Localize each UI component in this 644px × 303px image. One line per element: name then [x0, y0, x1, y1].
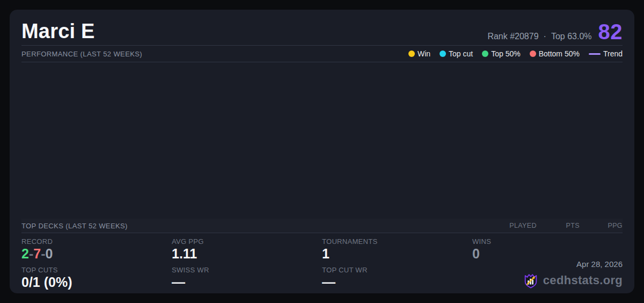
- swiss-wr-value: —: [172, 275, 322, 290]
- wins-label: WINS: [472, 237, 623, 246]
- record-draws: 0: [45, 246, 53, 261]
- win-dot-icon: [408, 50, 415, 57]
- bottom-50-dot-icon: [530, 50, 536, 57]
- record-losses: 7: [33, 246, 41, 261]
- card-header: Marci E Rank #20879 · Top 63.0% 82: [21, 10, 623, 46]
- legend-label: Bottom 50%: [539, 49, 580, 58]
- player-score: 82: [598, 23, 623, 41]
- top-cut-wr-label: TOP CUT WR: [322, 265, 472, 275]
- performance-chart-area: [21, 62, 623, 219]
- legend-label: Trend: [603, 49, 623, 58]
- performance-title: PERFORMANCE (LAST 52 WEEKS): [21, 50, 142, 58]
- avg-ppg-value: 1.11: [172, 246, 322, 262]
- column-ppg: PPG: [580, 222, 623, 229]
- rank-block: Rank #20879 · Top 63.0% 82: [487, 23, 623, 41]
- top-cuts-value: 0/1 (0%): [21, 275, 172, 290]
- top-cut-wr-value: —: [322, 275, 472, 290]
- rank-number: Rank #20879: [487, 32, 538, 41]
- date-text: Apr 28, 2026: [523, 259, 623, 269]
- column-played: PLAYED: [494, 222, 537, 229]
- performance-header: PERFORMANCE (LAST 52 WEEKS) Win Top cut …: [21, 46, 623, 62]
- top-decks-header: TOP DECKS (LAST 52 WEEKS) PLAYED PTS PPG: [21, 219, 623, 233]
- legend-item-bottom-50: Bottom 50%: [530, 49, 580, 58]
- stats-grid: RECORD 2-7-0 TOP CUTS 0/1 (0%) AVG PPG 1…: [21, 233, 623, 293]
- rank-separator: ·: [544, 32, 546, 41]
- top-cut-dot-icon: [440, 50, 446, 57]
- swiss-wr-label: SWISS WR: [172, 265, 322, 275]
- record-separator: -: [29, 246, 33, 261]
- cedhstats-logo-icon: [523, 272, 539, 289]
- stat-cell-tournaments: TOURNAMENTS 1 TOP CUT WR —: [322, 237, 472, 294]
- rank-text: Rank #20879 · Top 63.0%: [487, 32, 591, 41]
- stat-cell-ppg: AVG PPG 1.11 SWISS WR —: [172, 237, 322, 294]
- top-percent: Top 63.0%: [551, 32, 592, 41]
- trend-line-icon: [589, 53, 601, 55]
- legend-label: Win: [418, 49, 430, 58]
- player-name: Marci E: [21, 21, 95, 41]
- record-value: 2-7-0: [21, 246, 172, 262]
- record-label: RECORD: [21, 237, 172, 246]
- column-pts: PTS: [537, 222, 580, 229]
- legend-item-top-cut: Top cut: [440, 49, 473, 58]
- player-stats-card: Marci E Rank #20879 · Top 63.0% 82 PERFO…: [10, 10, 634, 293]
- legend-label: Top cut: [449, 49, 473, 58]
- legend-item-trend: Trend: [589, 49, 623, 58]
- top-decks-title: TOP DECKS (LAST 52 WEEKS): [21, 222, 128, 230]
- legend-item-top-50: Top 50%: [482, 49, 520, 58]
- tournaments-value: 1: [322, 246, 472, 262]
- chart-legend: Win Top cut Top 50% Bottom 50% Trend: [408, 49, 623, 58]
- top-decks-columns: PLAYED PTS PPG: [494, 222, 623, 229]
- top-cuts-label: TOP CUTS: [21, 265, 172, 275]
- card-footer: Apr 28, 2026 cedhstats.org: [523, 259, 623, 289]
- legend-item-win: Win: [408, 49, 430, 58]
- tournaments-label: TOURNAMENTS: [322, 237, 472, 246]
- legend-label: Top 50%: [491, 49, 520, 58]
- avg-ppg-label: AVG PPG: [172, 237, 322, 246]
- brand-text: cedhstats.org: [543, 273, 623, 287]
- brand-row: cedhstats.org: [523, 272, 623, 289]
- stat-cell-record: RECORD 2-7-0 TOP CUTS 0/1 (0%): [21, 237, 172, 294]
- record-wins: 2: [21, 246, 29, 261]
- top-50-dot-icon: [482, 50, 488, 57]
